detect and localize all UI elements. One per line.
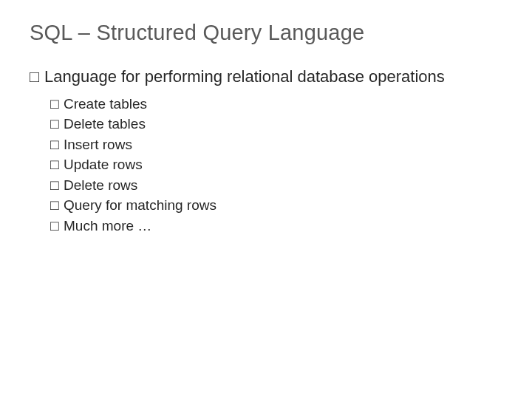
square-bullet-icon (50, 175, 64, 196)
bullet-text: Query for matching rows (64, 197, 216, 213)
bullet-level2: Much more … (50, 216, 502, 236)
bullet-level2: Create tables (50, 94, 502, 115)
bullet-level2: Insert rows (50, 134, 502, 155)
bullet-text: Delete tables (64, 116, 146, 132)
bullet-text: Delete rows (64, 177, 137, 193)
bullet-text: Create tables (64, 96, 147, 112)
bullet-level2: Delete tables (50, 114, 502, 134)
bullet-text: Insert rows (64, 137, 132, 152)
square-bullet-icon (30, 66, 44, 88)
bullet-level1: Language for performing relational datab… (30, 66, 502, 88)
sub-bullet-list: Create tables Delete tables Insert rows … (50, 94, 502, 236)
square-bullet-icon (50, 154, 64, 175)
slide: SQL – Structured Query Language Language… (0, 0, 532, 399)
square-bullet-icon (50, 94, 64, 115)
bullet-text: Much more … (64, 218, 151, 233)
slide-title: SQL – Structured Query Language (30, 21, 502, 45)
bullet-text: Update rows (64, 157, 143, 172)
bullet-level2: Delete rows (50, 175, 502, 196)
square-bullet-icon (50, 134, 64, 155)
square-bullet-icon (50, 195, 64, 216)
square-bullet-icon (50, 216, 64, 236)
bullet-level2: Query for matching rows (50, 195, 502, 216)
bullet-text: Language for performing relational datab… (44, 67, 445, 86)
square-bullet-icon (50, 114, 64, 134)
bullet-level2: Update rows (50, 154, 502, 175)
